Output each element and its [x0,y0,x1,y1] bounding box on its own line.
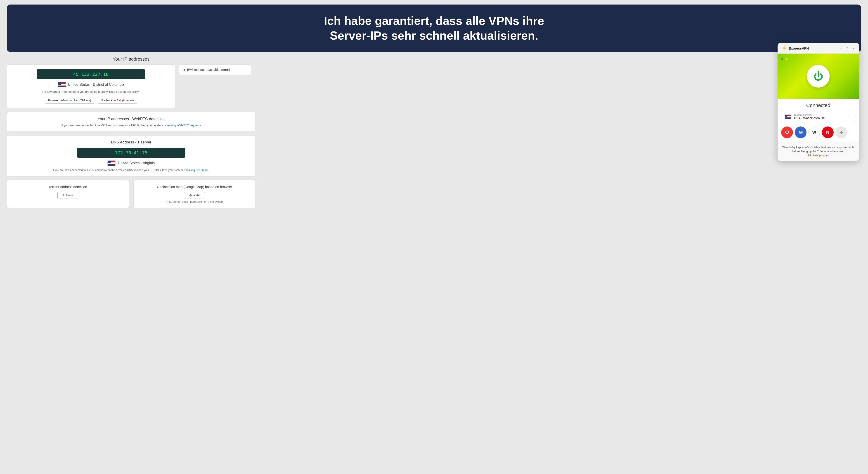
webrtc-card: Your IP addresses - WebRTC detection If … [7,112,255,132]
power-icon: ⏻ [813,70,823,82]
ip-location-row: United States - District of Columbia [14,82,168,87]
ipv6-box: ● IPv6 test not reachable. (error) [179,64,251,75]
evpn-location-info: Current Location USA - Washington DC [794,114,848,120]
webrtc-leak-link[interactable]: leaking WebRTC requests [167,123,201,127]
no-forwarded-text: No forwarded IP detected. If you are usi… [14,90,168,93]
evpn-shortcuts: O ✉ W N + [778,126,859,142]
us-flag-icon [58,82,66,87]
opera-shortcut[interactable]: O [781,126,793,138]
beta-banner-text: Want to try ExpressVPN's latest features… [782,146,854,153]
torrent-activate-button[interactable]: Activate [57,192,78,199]
expressvpn-panel: ⚡ ExpressVPN − □ × ≡ ⭐ ⏻ Connected Curre… [778,43,859,160]
dns-ip-display: 172.70.41.75 [77,148,185,158]
ipv6-red-dot: ● [183,68,185,71]
ipv6-col: ● IPv6 test not reachable. (error) [179,64,255,79]
evpn-location-flag-icon [784,115,792,119]
ip-address-display: 45.132.227.18 [37,69,145,79]
geolocation-note: (may prompt a user permission on the bro… [141,200,248,203]
window-controls: − □ × [839,46,855,50]
evpn-connected-status: Connected [778,99,859,111]
netflix-shortcut[interactable]: N [822,126,834,138]
close-button[interactable]: × [851,46,855,50]
main-content: Your IP addresses 45.132.227.18 United S… [7,57,255,208]
webrtc-text: If you are now connected to a VPN and yo… [14,123,248,127]
ip-section-title: Your IP addresses [7,57,255,62]
webrtc-title: Your IP addresses - WebRTC detection [14,117,248,121]
mail-shortcut[interactable]: ✉ [795,126,806,138]
fallback-badge: Fallback: ● Fail (timeout) [98,97,137,103]
evpn-titlebar: ⚡ ExpressVPN − □ × [778,43,859,54]
evpn-beta-banner: Want to try ExpressVPN's latest features… [778,142,859,160]
evpn-power-button[interactable]: ⏻ [807,65,830,88]
banner-text: Ich habe garantiert, dass alle VPNs ihre… [20,13,848,43]
browser-default-badge: Browser default: ● IPv4 (791 ms) [45,97,94,103]
red-dot: ● [114,99,116,102]
ip-location-text: United States - District of Columbia [68,83,124,87]
ip-card: 45.132.227.18 United States - District o… [7,64,175,108]
bottom-detection: Torrent Address detection Activate Geolo… [7,180,255,208]
ip-row: 45.132.227.18 United States - District o… [7,64,255,112]
dns-us-flag-icon [107,160,116,166]
dns-leak-link[interactable]: leaking DNS requ... [186,169,210,172]
maximize-button[interactable]: □ [845,46,849,50]
beta-join-link[interactable]: Join beta program [807,154,829,157]
torrent-detection-box: Torrent Address detection Activate [7,180,129,208]
dns-location-text: United States - Virginia [118,161,155,165]
minimize-button[interactable]: − [839,46,843,50]
green-dot: ● [70,99,72,102]
ipv6-text: IPv6 test not reachable. (error) [187,68,230,71]
evpn-hamburger-menu-icon[interactable]: ≡ ⭐ [781,56,788,61]
dns-card: DNS Address - 1 server 172.70.41.75 Unit… [7,135,255,176]
detection-row: Browser default: ● IPv4 (791 ms) Fallbac… [14,97,168,103]
hero-banner: Ich habe garantiert, dass alle VPNs ihre… [7,4,861,52]
expressvpn-logo-icon: ⚡ [781,45,787,51]
geolocation-title: Geolocation map (Google Map) based on br… [141,185,248,189]
evpn-location-options-button[interactable]: ··· [848,115,852,119]
evpn-green-area: ≡ ⭐ ⏻ [778,54,859,99]
evpn-current-location-label: Current Location [794,114,848,116]
dns-note: If you are now connected to a VPN and be… [14,169,248,172]
evpn-current-location-name: USA - Washington DC [794,116,848,120]
dns-title: DNS Address - 1 server [14,140,248,145]
expressvpn-app-title: ExpressVPN [788,47,839,50]
torrent-title: Torrent Address detection [14,185,122,189]
wikipedia-shortcut[interactable]: W [808,126,820,138]
left-col: 45.132.227.18 United States - District o… [7,64,175,112]
geolocation-detection-box: Geolocation map (Google Map) based on br… [133,180,255,208]
dns-location-row: United States - Virginia [14,160,248,166]
evpn-location-row[interactable]: Current Location USA - Washington DC ··· [781,111,855,123]
geolocation-activate-button[interactable]: Activate [184,192,205,199]
add-shortcut-button[interactable]: + [835,126,847,138]
